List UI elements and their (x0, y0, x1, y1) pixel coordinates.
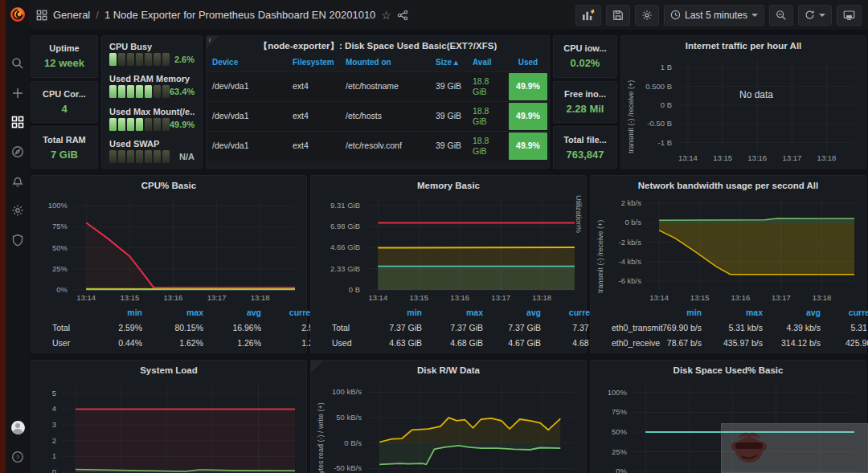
legend-column-header[interactable]: avg (203, 308, 261, 317)
gauge-segment (154, 85, 161, 98)
explore-compass-icon[interactable] (10, 145, 25, 159)
table-cell: /dev/vda1 (207, 102, 288, 131)
sidebar: ? (6, 0, 30, 473)
legend-column-header[interactable]: current (821, 308, 868, 317)
panel-title[interactable]: Network bandwidth usage per second All (591, 177, 866, 194)
series-name[interactable]: Used (332, 338, 364, 348)
configuration-gear-icon[interactable] (10, 203, 25, 218)
no-data-message: No data (739, 89, 773, 100)
help-icon[interactable]: ? (10, 450, 25, 464)
add-icon[interactable] (10, 86, 25, 100)
time-range-picker[interactable]: Last 5 minutes (664, 5, 764, 26)
table-cell: 49.9% (508, 102, 548, 131)
chart-canvas (36, 195, 301, 304)
gauge-segment (118, 53, 125, 66)
table-row: /dev/vda1ext4/etc/resolv.conf39 GiB18.8 … (207, 131, 548, 161)
save-dashboard-button[interactable] (606, 5, 630, 26)
table-column-header[interactable]: Device (207, 55, 288, 71)
dashboards-icon[interactable] (10, 115, 25, 129)
panel-title[interactable]: 【node-exporter】: Disk Space Used Basic(E… (207, 38, 549, 55)
series-name[interactable]: Total (332, 323, 364, 332)
panel-title[interactable]: Total file... (563, 135, 607, 145)
gauge-label: Used SWAP (109, 139, 194, 149)
y-axis-tick: 50% (36, 243, 68, 252)
security-shield-icon[interactable] (10, 233, 25, 247)
dashboard-title[interactable]: 1 Node Exporter for Prometheus Dashboard… (104, 9, 375, 21)
user-avatar[interactable] (10, 420, 25, 434)
gauge-segment (154, 118, 161, 131)
legend-value: 5.31 kb/s (702, 323, 763, 332)
grafana-logo-icon[interactable] (9, 6, 27, 23)
system-load-chart: 54321013:1413:1513:1613:1713:18 (36, 380, 301, 473)
y-axis-tick: 1 (36, 451, 56, 460)
page-edge-strip (0, 0, 6, 473)
y-axis-tick: 0 B (316, 285, 360, 294)
y-axis-tick: 0% (36, 285, 68, 294)
star-icon[interactable]: ☆ (381, 9, 391, 22)
stat-value: 7 GiB (51, 149, 78, 161)
legend-row: eth0_transmit769.90 b/s5.31 kb/s4.39 kb/… (597, 320, 859, 335)
legend-column-header[interactable]: min (84, 308, 142, 317)
panel-title[interactable]: Memory Basic (311, 177, 586, 194)
legend-column-header[interactable]: avg (763, 308, 821, 317)
table-column-header[interactable]: Filesystem (288, 55, 341, 71)
panel-title[interactable]: Disk Space Used% Basic (591, 362, 866, 379)
legend-column-header[interactable]: avg (483, 308, 541, 317)
table-row: /dev/vda1ext4/etc/hostname39 GiB18.8 GiB… (207, 71, 548, 101)
series-name[interactable]: eth0_transmit (612, 323, 644, 332)
table-cell: 18.8 GiB (468, 132, 508, 161)
breadcrumb-folder[interactable]: General (53, 9, 90, 21)
table-column-header[interactable]: Avail (468, 55, 508, 71)
panel-title[interactable]: System Load (31, 362, 306, 379)
y-axis-tick: 100% (36, 201, 68, 210)
alerting-bell-icon[interactable] (10, 174, 25, 189)
legend-row: Total7.37 GiB7.37 GiB7.37 GiB7.37 GiB (317, 320, 579, 335)
stat-value: 2.28 Mil (567, 103, 604, 115)
panel-title[interactable]: Internet traffic per hour All (621, 38, 866, 55)
series-name[interactable]: User (52, 338, 84, 348)
table-column-header[interactable]: Mounted on (341, 55, 431, 71)
legend-column-header[interactable]: max (422, 308, 483, 317)
share-icon[interactable] (397, 10, 408, 21)
dashboard-settings-button[interactable] (635, 5, 659, 26)
panel-title[interactable]: Total RAM (43, 135, 86, 145)
series-name[interactable]: Total (52, 323, 84, 332)
x-axis-tick: 13:18 (810, 153, 842, 162)
panel-info-corner[interactable] (311, 361, 323, 373)
legend-column-header[interactable]: min (364, 308, 422, 317)
panel-title[interactable]: Disk R/W Data (311, 362, 586, 379)
search-icon[interactable] (10, 56, 25, 71)
panel-title[interactable]: Free ino... (564, 89, 606, 99)
add-panel-button[interactable] (575, 5, 601, 26)
panel-title[interactable]: CPU% Basic (31, 177, 306, 194)
x-axis-tick: 13:15 (113, 293, 145, 302)
table-column-header[interactable]: Used (508, 55, 548, 71)
legend-column-header[interactable]: max (702, 308, 763, 317)
gauge-segment (136, 150, 143, 163)
gauge-segment (127, 85, 134, 98)
gauge-segment (154, 53, 161, 66)
disk-table-panel: i 【node-exporter】: Disk Space Used Basic… (206, 35, 550, 169)
table-cell: 39 GiB (431, 102, 468, 131)
table-column-header[interactable]: Size ▴ (431, 55, 468, 71)
panel-title[interactable]: CPU Cor... (43, 89, 86, 99)
gauge-segment (127, 53, 134, 66)
used-percent-cell: 49.9% (509, 103, 547, 130)
panel-title[interactable]: CPU iow... (563, 43, 606, 53)
zoom-out-button[interactable] (769, 5, 793, 26)
gauge-segment (127, 118, 134, 131)
series-name[interactable]: eth0_receive (612, 338, 644, 348)
system-load-panel: System Load 54321013:1413:1513:1613:1713… (31, 360, 307, 473)
gauge-value: 49.9% (170, 120, 194, 129)
clock-icon (670, 10, 681, 20)
refresh-button[interactable] (798, 5, 832, 26)
legend-column-header[interactable]: max (142, 308, 203, 317)
network-bandwidth-legend: minmaxavgcurrenteth0_transmit769.90 b/s5… (597, 304, 859, 350)
table-cell: 18.8 GiB (468, 72, 508, 101)
panel-title[interactable]: Uptime (49, 43, 79, 53)
legend-column-header[interactable]: min (644, 308, 702, 317)
table-cell: 49.9% (508, 132, 548, 161)
cycle-view-button[interactable] (837, 5, 862, 26)
gauge-bar (109, 85, 170, 98)
gauge-label: CPU Busy (109, 42, 194, 51)
